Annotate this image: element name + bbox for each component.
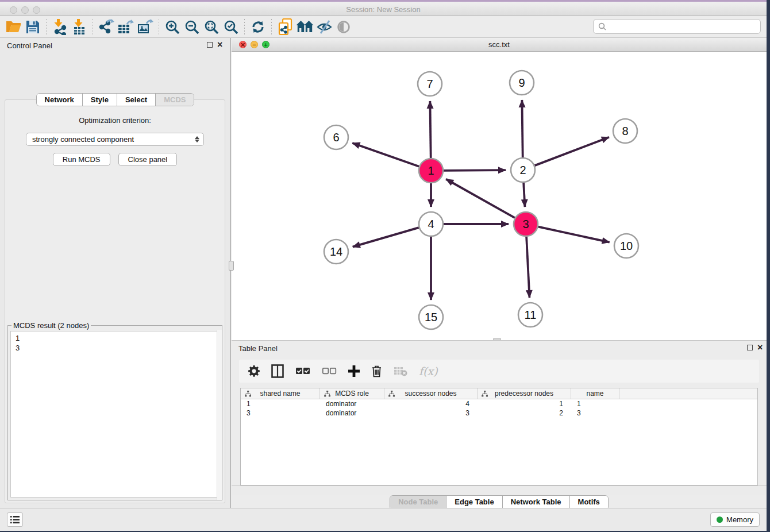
toolbar-separator <box>271 19 272 35</box>
memory-button[interactable]: Memory <box>710 512 760 527</box>
cell-MCDS-role[interactable]: dominator <box>320 399 384 408</box>
node-8[interactable]: 8 <box>613 119 637 143</box>
import-network-icon[interactable] <box>50 18 70 36</box>
panel-divider-grip[interactable] <box>229 261 234 271</box>
edge-1-7[interactable] <box>430 101 430 158</box>
houses-icon[interactable] <box>295 18 314 36</box>
search-box[interactable] <box>593 19 761 34</box>
edge-1-2[interactable] <box>444 170 506 171</box>
node-2[interactable]: 2 <box>511 158 535 182</box>
edge-2-9[interactable] <box>522 100 522 157</box>
shared-column-icon <box>388 391 395 397</box>
edge-3-11[interactable] <box>526 237 529 298</box>
close-icon[interactable]: × <box>217 40 222 50</box>
svg-text:9: 9 <box>518 76 525 89</box>
network-window-title: scc.txt <box>232 40 767 49</box>
gear-icon[interactable] <box>248 363 260 379</box>
main-window: Session: New Session <box>0 0 767 531</box>
column-header-successor-nodes[interactable]: successor nodes <box>384 388 478 399</box>
zoom-selected-icon[interactable] <box>221 18 241 36</box>
session-title: Session: New Session <box>0 5 767 14</box>
clone-network-icon[interactable] <box>275 18 295 36</box>
tab-select[interactable]: Select <box>117 94 156 106</box>
column-header-MCDS-role[interactable]: MCDS role <box>320 388 384 399</box>
edge-3-10[interactable] <box>538 227 609 242</box>
table-header-row: shared nameMCDS rolesuccessor nodesprede… <box>241 388 757 399</box>
memory-label: Memory <box>726 515 753 524</box>
cell-MCDS-role[interactable]: dominator <box>320 408 384 418</box>
network-canvas[interactable]: 7968124314101511 <box>232 52 765 339</box>
zoom-in-icon[interactable] <box>163 18 182 36</box>
edge-4-14[interactable] <box>353 228 419 246</box>
close-panel-button[interactable]: Close panel <box>118 153 178 166</box>
cell-shared-name[interactable]: 1 <box>241 399 320 408</box>
cell-name[interactable]: 1 <box>571 399 619 408</box>
cell-successor-nodes[interactable]: 3 <box>384 408 478 418</box>
node-10[interactable]: 10 <box>614 234 638 258</box>
columns-icon[interactable] <box>271 363 284 379</box>
edge-1-6[interactable] <box>352 143 419 167</box>
node-1[interactable]: 1 <box>419 159 443 183</box>
float-window-icon[interactable] <box>747 345 753 350</box>
zoom-fit-icon[interactable] <box>202 18 221 36</box>
node-6[interactable]: 6 <box>324 125 348 149</box>
save-icon[interactable] <box>23 18 43 36</box>
column-header-predecessor-nodes[interactable]: predecessor nodes <box>478 388 571 399</box>
column-header-name[interactable]: name <box>571 388 619 399</box>
deselect-all-icon[interactable] <box>322 363 337 379</box>
cell-shared-name[interactable]: 3 <box>241 408 320 418</box>
refresh-layout-icon[interactable] <box>248 18 268 36</box>
export-image-icon[interactable] <box>136 18 155 36</box>
node-14[interactable]: 14 <box>324 240 348 264</box>
open-folder-icon[interactable] <box>3 18 23 36</box>
node-4[interactable]: 4 <box>419 212 443 236</box>
network-window-titlebar[interactable]: ✕ − + scc.txt <box>232 38 767 52</box>
cell-predecessor-nodes[interactable]: 1 <box>478 399 571 408</box>
edge-2-8[interactable] <box>535 137 609 165</box>
import-table-icon[interactable] <box>70 18 89 36</box>
control-panel-tabs: NetworkStyleSelectMCDS <box>0 93 230 106</box>
table-horizontal-scrollbar[interactable] <box>232 485 767 495</box>
criterion-dropdown[interactable]: strongly connected component <box>26 133 204 146</box>
cell-name[interactable]: 3 <box>571 408 619 418</box>
column-header-shared-name[interactable]: shared name <box>241 388 320 399</box>
mcds-result-line: 1 <box>16 333 219 343</box>
edge-2-3[interactable] <box>523 183 525 207</box>
node-15[interactable]: 15 <box>419 305 443 329</box>
toolbar-separator <box>244 19 245 35</box>
node-7[interactable]: 7 <box>418 72 442 96</box>
export-table-icon[interactable] <box>116 18 136 36</box>
zoom-out-icon[interactable] <box>182 18 202 36</box>
node-9[interactable]: 9 <box>510 71 534 95</box>
node-3[interactable]: 3 <box>514 212 538 236</box>
tab-network[interactable]: Network <box>37 94 83 106</box>
close-icon[interactable]: × <box>757 342 763 353</box>
svg-text:1: 1 <box>428 164 434 177</box>
node-table: shared nameMCDS rolesuccessor nodesprede… <box>240 388 758 485</box>
mcds-result-list[interactable]: 13 <box>10 331 220 498</box>
run-mcds-button[interactable]: Run MCDS <box>53 153 110 166</box>
edge-3-1[interactable] <box>446 179 515 218</box>
node-11[interactable]: 11 <box>518 303 542 327</box>
trash-icon[interactable] <box>371 363 382 379</box>
search-input[interactable] <box>609 21 760 32</box>
export-network-icon[interactable] <box>97 18 116 36</box>
table-panel: Table Panel × <box>232 340 767 508</box>
table-row[interactable]: 1dominator411 <box>241 399 757 408</box>
control-panel: Control Panel × Optimization criterion: … <box>0 38 231 508</box>
table-toolbar: f(x) <box>239 360 759 383</box>
float-window-icon[interactable] <box>207 42 213 48</box>
task-history-button[interactable] <box>7 512 23 527</box>
table-panel-title: Table Panel <box>238 344 278 353</box>
add-row-icon[interactable] <box>348 363 360 379</box>
svg-text:3: 3 <box>522 218 529 230</box>
tab-mcds[interactable]: MCDS <box>156 94 194 106</box>
select-all-icon[interactable] <box>295 363 310 379</box>
criterion-value: strongly connected component <box>32 135 134 144</box>
hide-eye-slash-icon[interactable] <box>314 18 334 36</box>
result-scrollbar[interactable] <box>217 330 222 500</box>
table-row[interactable]: 3dominator323 <box>241 408 757 418</box>
cell-predecessor-nodes[interactable]: 2 <box>478 408 571 418</box>
cell-successor-nodes[interactable]: 4 <box>384 399 478 408</box>
tab-style[interactable]: Style <box>83 94 117 106</box>
